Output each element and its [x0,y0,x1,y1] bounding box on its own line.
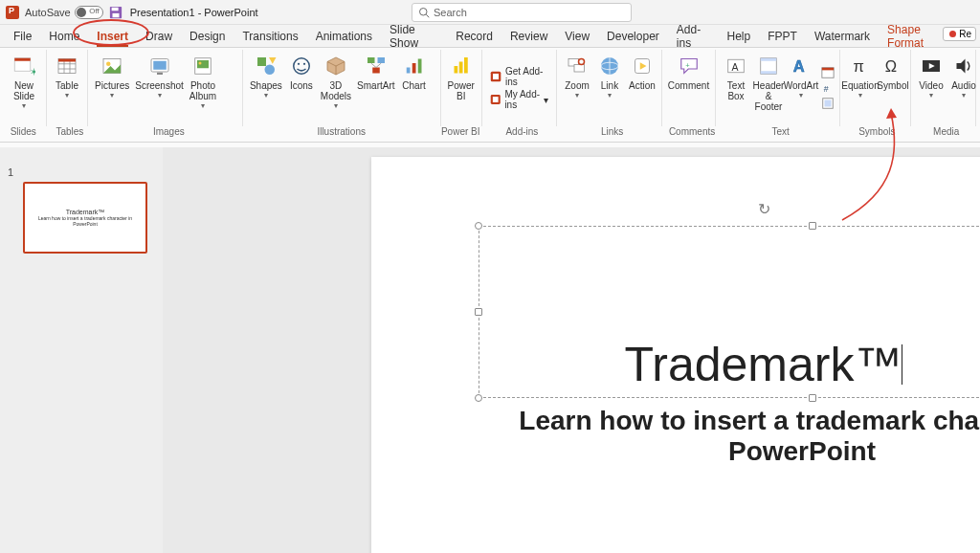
svg-rect-40 [464,57,468,74]
group-label-comments: Comments [664,126,721,142]
textbox-button[interactable]: ATextBox [720,50,752,126]
svg-rect-42 [493,74,499,79]
ribbon-group-slides: ✶NewSlide▾ [4,50,47,126]
chart-button[interactable]: Chart [398,50,431,126]
svg-rect-6 [14,58,31,61]
headerfooter-button[interactable]: Header& Footer [752,50,785,126]
search-box[interactable]: Search [412,3,632,22]
tab-watermark[interactable]: Watermark [814,30,870,43]
resize-handle[interactable] [475,394,482,402]
pictures-icon [100,54,124,78]
svg-point-23 [264,65,275,76]
new-slide-icon: ✶ [11,54,36,78]
resize-handle[interactable] [475,222,482,230]
svg-text:Ω: Ω [885,57,897,75]
tab-animations[interactable]: Animations [316,30,372,43]
slide-number: 1 [8,166,13,178]
tab-shape-format[interactable]: Shape Format [887,23,949,50]
powerbi-button[interactable]: PowerBI [445,50,478,126]
tab-transitions[interactable]: Transitions [242,30,298,43]
chevron-down-icon: ▾ [158,92,162,100]
svg-point-25 [294,58,310,75]
autosave-toggle[interactable]: AutoSave Off [25,6,103,19]
object-button[interactable] [821,97,838,110]
tab-record[interactable]: Record [456,30,493,43]
chart-icon [402,54,427,78]
svg-rect-32 [372,68,380,74]
save-icon[interactable] [109,6,122,19]
chevron-down-icon: ▾ [929,92,933,100]
pictures-button[interactable]: Pictures▾ [92,50,132,126]
ribbon-tabs: File Home Insert Draw Design Transitions… [0,25,980,48]
svg-rect-64 [825,100,832,107]
new-slide-button[interactable]: ✶NewSlide▾ [8,50,40,126]
autosave-pill[interactable]: Off [75,6,103,19]
tab-view[interactable]: View [565,30,590,43]
chevron-down-icon: ▾ [544,95,548,105]
tab-file[interactable]: File [13,30,32,43]
tab-developer[interactable]: Developer [607,30,659,43]
tab-insert[interactable]: Insert [97,30,128,43]
link-button[interactable]: Link▾ [593,50,626,126]
record-dot-icon [949,31,956,37]
table-button[interactable]: Table▾ [51,50,83,126]
tab-help[interactable]: Help [727,30,751,43]
icons-button[interactable]: Icons [285,50,318,126]
chevron-down-icon: ▾ [608,92,612,100]
zoom-button[interactable]: Zoom▾ [561,50,593,126]
smartart-icon [364,54,389,78]
svg-rect-17 [153,61,167,70]
3d-button[interactable]: 3DModels▾ [318,50,354,126]
screenshot-button[interactable]: Screenshot▾ [132,50,187,126]
my-addins-button[interactable]: My Add-ins ▾ [490,89,548,110]
svg-line-34 [376,63,381,68]
svg-text:A: A [732,61,739,73]
slidenum-button[interactable]: # [821,81,838,95]
video-button[interactable]: Video▾ [915,50,947,126]
resize-handle[interactable] [475,308,482,316]
slide-editor[interactable]: ↻ Trademark™ Learn how to insert a trade… [163,147,980,553]
powerpoint-icon [6,6,19,19]
3d-icon [323,54,348,78]
tab-design[interactable]: Design [189,30,225,43]
slide-canvas[interactable]: ↻ Trademark™ Learn how to insert a trade… [371,157,980,553]
ribbon-group-images: Pictures▾Screenshot▾PhotoAlbum▾ [88,50,243,126]
tab-draw[interactable]: Draw [145,30,172,43]
resize-handle[interactable] [809,222,816,230]
symbol-button[interactable]: ΩSymbol [877,50,909,126]
shapes-button[interactable]: Shapes▾ [247,50,285,126]
record-shortcut-button[interactable]: Re [943,27,976,41]
slide-subtitle-text[interactable]: Learn how to insert a trademark characte… [505,406,980,467]
get-addins-button[interactable]: Get Add-ins [490,66,548,87]
chevron-down-icon: ▾ [858,92,862,100]
powerbi-icon [449,54,474,78]
svg-rect-46 [574,65,585,73]
tab-review[interactable]: Review [510,30,547,43]
slide-thumbnail-1[interactable]: Trademark™ Learn how to insert a tradema… [23,182,147,254]
svg-rect-20 [197,60,209,68]
group-label-illustrations: Illustrations [245,126,437,142]
rotation-handle-icon[interactable]: ↻ [758,200,770,218]
thumbnail-pane[interactable]: 1 Trademark™ Learn how to insert a trade… [0,147,163,553]
svg-text:+: + [685,61,690,70]
date-button[interactable] [821,66,838,79]
wordart-button[interactable]: AWordArt▾ [785,50,817,126]
tab-addins[interactable]: Add-ins [677,23,710,50]
comment-button[interactable]: +Comment [666,50,711,126]
ribbon-stack: # [817,50,842,126]
smartart-button[interactable]: SmartArt [354,50,397,126]
equation-button[interactable]: πEquation▾ [844,50,877,126]
resize-handle[interactable] [809,394,816,402]
tab-home[interactable]: Home [49,30,79,43]
ribbon-group-media: Video▾Audio▾ [911,50,976,126]
slide-title-text[interactable]: Trademark™ [371,337,980,392]
photo-album-button[interactable]: PhotoAlbum▾ [187,50,219,126]
chevron-down-icon: ▾ [334,102,338,110]
action-button[interactable]: Action [626,50,658,126]
chevron-down-icon: ▾ [575,92,579,100]
group-label-tables: Tables [48,126,94,142]
audio-button[interactable]: Audio▾ [947,50,980,126]
chevron-down-icon: ▾ [65,92,69,100]
tab-fppt[interactable]: FPPT [768,30,797,43]
tab-slideshow[interactable]: Slide Show [390,23,438,50]
